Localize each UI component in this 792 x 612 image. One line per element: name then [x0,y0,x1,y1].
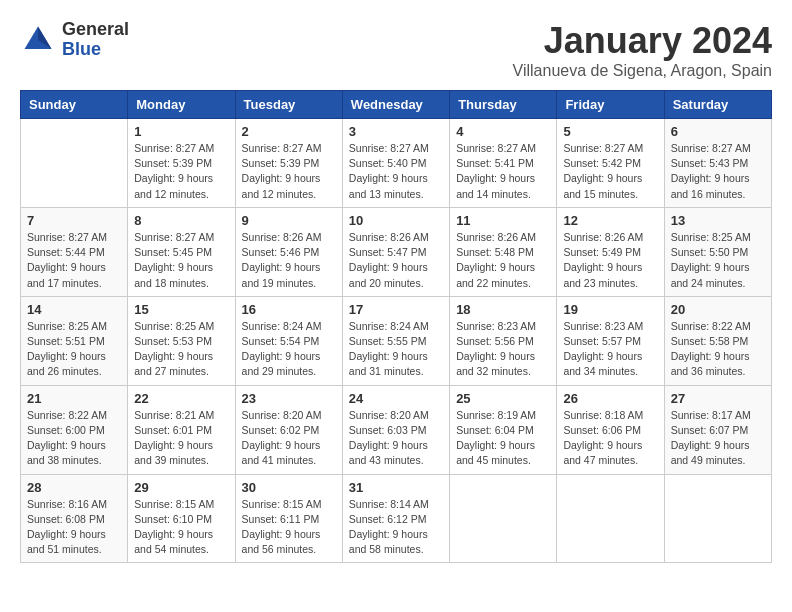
calendar-cell-w1-d3: 2Sunrise: 8:27 AMSunset: 5:39 PMDaylight… [235,119,342,208]
logo: General Blue [20,20,129,60]
week-row-3: 14Sunrise: 8:25 AMSunset: 5:51 PMDayligh… [21,296,772,385]
calendar-cell-w3-d1: 14Sunrise: 8:25 AMSunset: 5:51 PMDayligh… [21,296,128,385]
header-tuesday: Tuesday [235,91,342,119]
day-info: Sunrise: 8:27 AMSunset: 5:40 PMDaylight:… [349,141,443,202]
calendar-cell-w3-d6: 19Sunrise: 8:23 AMSunset: 5:57 PMDayligh… [557,296,664,385]
calendar-cell-w1-d7: 6Sunrise: 8:27 AMSunset: 5:43 PMDaylight… [664,119,771,208]
day-number: 18 [456,302,550,317]
day-number: 6 [671,124,765,139]
calendar-cell-w1-d6: 5Sunrise: 8:27 AMSunset: 5:42 PMDaylight… [557,119,664,208]
calendar-cell-w1-d4: 3Sunrise: 8:27 AMSunset: 5:40 PMDaylight… [342,119,449,208]
day-info: Sunrise: 8:27 AMSunset: 5:43 PMDaylight:… [671,141,765,202]
day-number: 24 [349,391,443,406]
title-section: January 2024 Villanueva de Sigena, Arago… [513,20,772,80]
day-number: 26 [563,391,657,406]
day-info: Sunrise: 8:15 AMSunset: 6:11 PMDaylight:… [242,497,336,558]
day-info: Sunrise: 8:25 AMSunset: 5:53 PMDaylight:… [134,319,228,380]
logo-text: General Blue [62,20,129,60]
calendar-cell-w2-d7: 13Sunrise: 8:25 AMSunset: 5:50 PMDayligh… [664,207,771,296]
calendar-cell-w4-d4: 24Sunrise: 8:20 AMSunset: 6:03 PMDayligh… [342,385,449,474]
calendar-cell-w5-d7 [664,474,771,563]
calendar-cell-w2-d1: 7Sunrise: 8:27 AMSunset: 5:44 PMDaylight… [21,207,128,296]
day-number: 17 [349,302,443,317]
logo-blue-text: Blue [62,40,129,60]
header-monday: Monday [128,91,235,119]
day-number: 12 [563,213,657,228]
calendar-cell-w5-d1: 28Sunrise: 8:16 AMSunset: 6:08 PMDayligh… [21,474,128,563]
calendar-cell-w3-d2: 15Sunrise: 8:25 AMSunset: 5:53 PMDayligh… [128,296,235,385]
calendar-cell-w3-d3: 16Sunrise: 8:24 AMSunset: 5:54 PMDayligh… [235,296,342,385]
calendar-cell-w5-d5 [450,474,557,563]
calendar-cell-w4-d2: 22Sunrise: 8:21 AMSunset: 6:01 PMDayligh… [128,385,235,474]
day-number: 30 [242,480,336,495]
day-info: Sunrise: 8:17 AMSunset: 6:07 PMDaylight:… [671,408,765,469]
weekday-header-row: Sunday Monday Tuesday Wednesday Thursday… [21,91,772,119]
day-info: Sunrise: 8:27 AMSunset: 5:45 PMDaylight:… [134,230,228,291]
day-info: Sunrise: 8:26 AMSunset: 5:48 PMDaylight:… [456,230,550,291]
day-number: 4 [456,124,550,139]
calendar-cell-w5-d2: 29Sunrise: 8:15 AMSunset: 6:10 PMDayligh… [128,474,235,563]
day-number: 19 [563,302,657,317]
day-number: 28 [27,480,121,495]
day-info: Sunrise: 8:26 AMSunset: 5:46 PMDaylight:… [242,230,336,291]
day-number: 20 [671,302,765,317]
calendar-cell-w2-d6: 12Sunrise: 8:26 AMSunset: 5:49 PMDayligh… [557,207,664,296]
logo-icon [20,22,56,58]
calendar-cell-w2-d5: 11Sunrise: 8:26 AMSunset: 5:48 PMDayligh… [450,207,557,296]
calendar-cell-w1-d2: 1Sunrise: 8:27 AMSunset: 5:39 PMDaylight… [128,119,235,208]
day-number: 31 [349,480,443,495]
day-info: Sunrise: 8:26 AMSunset: 5:49 PMDaylight:… [563,230,657,291]
day-info: Sunrise: 8:24 AMSunset: 5:54 PMDaylight:… [242,319,336,380]
calendar-cell-w4-d3: 23Sunrise: 8:20 AMSunset: 6:02 PMDayligh… [235,385,342,474]
day-info: Sunrise: 8:19 AMSunset: 6:04 PMDaylight:… [456,408,550,469]
calendar-cell-w5-d6 [557,474,664,563]
calendar-cell-w3-d7: 20Sunrise: 8:22 AMSunset: 5:58 PMDayligh… [664,296,771,385]
day-info: Sunrise: 8:20 AMSunset: 6:02 PMDaylight:… [242,408,336,469]
day-info: Sunrise: 8:23 AMSunset: 5:57 PMDaylight:… [563,319,657,380]
day-number: 29 [134,480,228,495]
day-number: 2 [242,124,336,139]
day-number: 23 [242,391,336,406]
day-number: 27 [671,391,765,406]
week-row-1: 1Sunrise: 8:27 AMSunset: 5:39 PMDaylight… [21,119,772,208]
day-info: Sunrise: 8:22 AMSunset: 6:00 PMDaylight:… [27,408,121,469]
calendar-cell-w4-d5: 25Sunrise: 8:19 AMSunset: 6:04 PMDayligh… [450,385,557,474]
day-number: 15 [134,302,228,317]
calendar-table: Sunday Monday Tuesday Wednesday Thursday… [20,90,772,563]
calendar-cell-w3-d5: 18Sunrise: 8:23 AMSunset: 5:56 PMDayligh… [450,296,557,385]
calendar-cell-w2-d2: 8Sunrise: 8:27 AMSunset: 5:45 PMDaylight… [128,207,235,296]
day-info: Sunrise: 8:20 AMSunset: 6:03 PMDaylight:… [349,408,443,469]
day-number: 22 [134,391,228,406]
day-info: Sunrise: 8:27 AMSunset: 5:44 PMDaylight:… [27,230,121,291]
calendar-cell-w3-d4: 17Sunrise: 8:24 AMSunset: 5:55 PMDayligh… [342,296,449,385]
header-friday: Friday [557,91,664,119]
day-info: Sunrise: 8:22 AMSunset: 5:58 PMDaylight:… [671,319,765,380]
day-info: Sunrise: 8:15 AMSunset: 6:10 PMDaylight:… [134,497,228,558]
day-info: Sunrise: 8:25 AMSunset: 5:51 PMDaylight:… [27,319,121,380]
day-info: Sunrise: 8:18 AMSunset: 6:06 PMDaylight:… [563,408,657,469]
logo-general-text: General [62,20,129,40]
day-info: Sunrise: 8:27 AMSunset: 5:42 PMDaylight:… [563,141,657,202]
day-number: 25 [456,391,550,406]
header-saturday: Saturday [664,91,771,119]
day-number: 9 [242,213,336,228]
day-number: 10 [349,213,443,228]
day-info: Sunrise: 8:21 AMSunset: 6:01 PMDaylight:… [134,408,228,469]
day-info: Sunrise: 8:23 AMSunset: 5:56 PMDaylight:… [456,319,550,380]
calendar-cell-w5-d3: 30Sunrise: 8:15 AMSunset: 6:11 PMDayligh… [235,474,342,563]
week-row-5: 28Sunrise: 8:16 AMSunset: 6:08 PMDayligh… [21,474,772,563]
calendar-cell-w2-d4: 10Sunrise: 8:26 AMSunset: 5:47 PMDayligh… [342,207,449,296]
location-subtitle: Villanueva de Sigena, Aragon, Spain [513,62,772,80]
week-row-2: 7Sunrise: 8:27 AMSunset: 5:44 PMDaylight… [21,207,772,296]
day-number: 1 [134,124,228,139]
day-info: Sunrise: 8:27 AMSunset: 5:39 PMDaylight:… [134,141,228,202]
calendar-cell-w4-d7: 27Sunrise: 8:17 AMSunset: 6:07 PMDayligh… [664,385,771,474]
day-info: Sunrise: 8:14 AMSunset: 6:12 PMDaylight:… [349,497,443,558]
day-info: Sunrise: 8:27 AMSunset: 5:41 PMDaylight:… [456,141,550,202]
month-year-title: January 2024 [513,20,772,62]
calendar-cell-w1-d1 [21,119,128,208]
calendar-cell-w4-d1: 21Sunrise: 8:22 AMSunset: 6:00 PMDayligh… [21,385,128,474]
day-info: Sunrise: 8:25 AMSunset: 5:50 PMDaylight:… [671,230,765,291]
day-number: 13 [671,213,765,228]
day-number: 5 [563,124,657,139]
